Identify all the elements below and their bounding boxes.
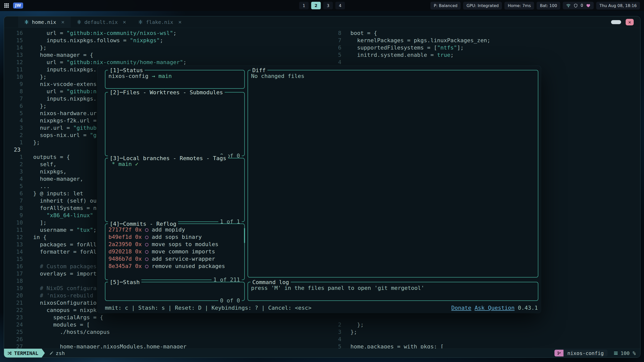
line-number: 1 bbox=[4, 139, 33, 146]
commit-row[interactable]: d920218 0x ○ move common imports bbox=[108, 248, 241, 255]
window-close-button[interactable]: × bbox=[626, 19, 634, 25]
tab-default.nix[interactable]: default.nix× bbox=[71, 16, 132, 28]
code-line: 4 bbox=[332, 336, 640, 343]
line-number: 4 bbox=[332, 59, 350, 66]
line-number: 8 bbox=[332, 29, 350, 37]
line-number: 8 bbox=[4, 88, 33, 95]
commits-panel-title: [4]─Commits - Reflog bbox=[108, 220, 178, 228]
line-number: 5 bbox=[332, 343, 350, 348]
window-pin-toggle[interactable] bbox=[611, 20, 621, 24]
workspace-switcher: 1234 bbox=[299, 2, 345, 9]
lazygit-commits-panel[interactable]: [4]─Commits - Reflog 2717f2f 0x ○ add mo… bbox=[105, 223, 245, 280]
code-line: 15 inputs.nixpkgs.follows = "nixpkgs"; bbox=[4, 37, 332, 44]
code-line: 23 specialArgs = { bbox=[4, 314, 332, 321]
code-line: 5 initrd.systemd.enable = true; bbox=[332, 51, 640, 59]
workspace-button-2[interactable]: 2 bbox=[311, 2, 321, 9]
nix-snowflake-icon bbox=[138, 20, 143, 24]
tab-label: default.nix bbox=[85, 19, 118, 25]
editor-area: 16 url = "github:nix-community/nixos-wsl… bbox=[4, 28, 640, 348]
line-number: 6 bbox=[4, 102, 33, 110]
code-line: 26 bbox=[4, 336, 332, 343]
tab-close-icon[interactable]: × bbox=[123, 19, 126, 25]
code-line: 7 kernelPackages = pkgs.linuxPackages_ze… bbox=[332, 37, 640, 44]
code-line: 2 }; bbox=[332, 321, 640, 328]
commit-row[interactable]: 8e345a7 0x ○ remove unused packages bbox=[108, 262, 241, 270]
code-line: 25 ./hosts/canopus bbox=[4, 328, 332, 336]
ask-question-link[interactable]: Ask Question bbox=[475, 304, 515, 311]
line-number: 17 bbox=[4, 270, 33, 277]
top-bar: JW 1234 P: Balanced GPU: Integrated Home… bbox=[0, 0, 644, 11]
code-line: 6 supportedFilesystems = ["ntfs"]; bbox=[332, 44, 640, 51]
code-line: 13 home-manager = { bbox=[4, 51, 332, 59]
power-profile-pill[interactable]: P: Balanced bbox=[430, 2, 461, 10]
commit-row[interactable]: 9486b7d 0x ○ add service-wrapper bbox=[108, 255, 241, 262]
command-log-content: press 'M' in the files panel to open 'gi… bbox=[248, 282, 538, 294]
wifi-icon bbox=[566, 4, 571, 8]
line-number: 15 bbox=[4, 255, 33, 263]
code-line: 24 modules = [ bbox=[4, 321, 332, 328]
line-number: 2 bbox=[332, 321, 350, 328]
line-number: 2 bbox=[4, 161, 33, 168]
line-number: 11 bbox=[4, 226, 33, 234]
tab-close-icon[interactable]: × bbox=[178, 19, 182, 25]
commit-row[interactable]: 2a23950 0x ○ move sops to modules bbox=[108, 241, 241, 248]
lazygit-diff-panel[interactable]: Diff No changed files bbox=[248, 70, 538, 278]
line-number: 23 bbox=[4, 146, 33, 153]
lazygit-version: 0.43.1 bbox=[518, 304, 538, 311]
line-number: 6 bbox=[4, 190, 33, 197]
buffer-tab-bar: home.nix×default.nix×flake.nix× × bbox=[4, 16, 640, 28]
mode-label: TERMINAL bbox=[14, 350, 38, 356]
commits-scrollbar[interactable] bbox=[244, 228, 245, 243]
line-number: 11 bbox=[4, 66, 33, 73]
donate-link[interactable]: Donate bbox=[451, 304, 471, 311]
tab-flake.nix[interactable]: flake.nix× bbox=[132, 16, 188, 28]
line-number: 27 bbox=[4, 343, 33, 348]
system-tray[interactable]: 0 bbox=[563, 2, 594, 9]
workspace-button-4[interactable]: 4 bbox=[335, 2, 345, 9]
terminal-status-bar: TERMINAL zsh nixos-config bbox=[4, 348, 640, 357]
accent-heart-icon bbox=[586, 4, 590, 8]
line-number: 4 bbox=[4, 117, 33, 124]
stash-count: 0 of 0 bbox=[218, 297, 242, 304]
line-number: 5 bbox=[332, 51, 350, 59]
code-line: 3}; bbox=[332, 328, 640, 336]
session-name[interactable]: nixos-config bbox=[564, 350, 608, 356]
ping-pill[interactable]: Home: 7ms bbox=[504, 2, 534, 10]
gpu-pill[interactable]: GPU: Integrated bbox=[463, 2, 502, 10]
shell-label: zsh bbox=[56, 350, 65, 356]
stash-panel-title: [5]─Stash bbox=[108, 279, 141, 286]
files-panel-title: [2]─Files - Worktrees - Submodules bbox=[108, 89, 225, 96]
code-line: 8boot = { bbox=[332, 29, 640, 37]
tab-home.nix[interactable]: home.nix× bbox=[18, 16, 71, 28]
list-icon bbox=[614, 351, 618, 355]
shuffle-icon bbox=[7, 351, 12, 355]
line-number: 3 bbox=[4, 124, 33, 131]
code-line: 27 home-manager.nixosModules.home-manage… bbox=[4, 343, 332, 348]
workspace-button-1[interactable]: 1 bbox=[299, 2, 309, 9]
line-number: 22 bbox=[4, 306, 33, 314]
line-number: 10 bbox=[4, 219, 33, 226]
tab-close-icon[interactable]: × bbox=[61, 19, 64, 25]
code-line: 16 url = "github:nix-community/nixos-wsl… bbox=[4, 29, 332, 37]
code-line: 12 url = "github:nix-community/home-mana… bbox=[4, 59, 332, 66]
user-badge[interactable]: JW bbox=[13, 3, 23, 9]
terminal-window: home.nix×default.nix×flake.nix× × 16 url… bbox=[4, 16, 640, 358]
lazygit-files-panel[interactable]: [2]─Files - Worktrees - Submodules 0 of … bbox=[105, 92, 245, 156]
code-line: 4 bbox=[332, 59, 640, 66]
battery-pill[interactable]: Bat: 100 bbox=[537, 2, 560, 10]
line-number: 1 bbox=[4, 153, 33, 161]
workspace-button-3[interactable]: 3 bbox=[323, 2, 333, 9]
line-number: 9 bbox=[4, 212, 33, 219]
apps-grid-icon[interactable] bbox=[4, 3, 9, 8]
branches-panel-title: [3]─Local branches - Remotes - Tags bbox=[108, 155, 228, 162]
tab-label: home.nix bbox=[32, 19, 56, 25]
shell-tab[interactable]: zsh bbox=[45, 349, 69, 358]
lazygit-branches-panel[interactable]: [3]─Local branches - Remotes - Tags * ma… bbox=[105, 158, 245, 222]
clock-pill[interactable]: Thu Aug 08, 18:16 bbox=[596, 2, 640, 10]
lazygit-stash-panel[interactable]: [5]─Stash 0 of 0 bbox=[105, 282, 245, 301]
lazygit-status-panel[interactable]: [1]─Status nixos-config → main bbox=[105, 70, 245, 89]
line-number: 8 bbox=[4, 204, 33, 212]
commit-row[interactable]: b49ef1d 0x ○ add sops binary bbox=[108, 233, 241, 241]
lazygit-command-log-panel: Command log press 'M' in the files panel… bbox=[248, 282, 538, 301]
diff-panel-title: Diff bbox=[251, 67, 267, 74]
